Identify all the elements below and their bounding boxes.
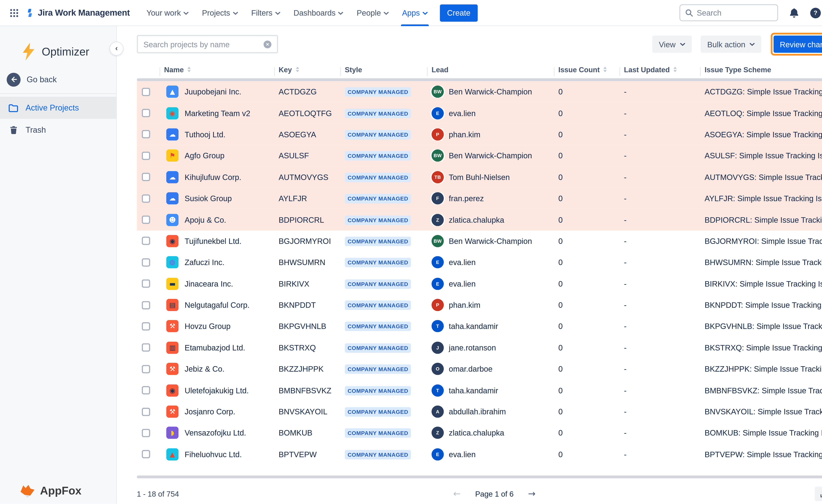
next-page-arrow-icon[interactable]: → bbox=[528, 489, 535, 498]
lead-avatar: O bbox=[432, 363, 444, 375]
row-checkbox[interactable] bbox=[142, 237, 150, 245]
main-panel: × View Bulk action Revie bbox=[117, 26, 822, 504]
table-row[interactable]: ◉Marketing Team v2AEOTLOQTFGCOMPANY MANA… bbox=[137, 102, 822, 124]
table-row[interactable]: ◍Zafuczi Inc.BHWSUMRNCOMPANY MANAGEDEeva… bbox=[137, 252, 822, 273]
row-checkbox[interactable] bbox=[142, 386, 150, 394]
row-checkbox[interactable] bbox=[142, 194, 150, 203]
table-row[interactable]: ◉Uletefojakukig Ltd.BMBNFBSVKZCOMPANY MA… bbox=[137, 380, 822, 401]
lead-avatar: Z bbox=[432, 214, 444, 226]
nav-item-people[interactable]: People bbox=[350, 0, 395, 26]
lead-name: zlatica.chalupka bbox=[449, 215, 504, 224]
table-row[interactable]: ⚒Jebiz & Co.BKZZJHPPKCOMPANY MANAGEDOoma… bbox=[137, 358, 822, 380]
table-row[interactable]: ⚒Hovzu GroupBKPGVHNLBCOMPANY MANAGEDTtah… bbox=[137, 316, 822, 337]
notifications-bell-icon[interactable] bbox=[789, 8, 799, 18]
chevron-down-icon bbox=[183, 12, 188, 15]
sidebar-collapse-button[interactable]: ‹ bbox=[109, 42, 123, 56]
issue-count: 0 bbox=[554, 130, 620, 139]
lead-avatar: BW bbox=[432, 86, 444, 98]
sidebar-item-trash[interactable]: Trash bbox=[0, 119, 116, 141]
project-key: BGJORMYROI bbox=[274, 237, 341, 246]
last-updated: - bbox=[620, 87, 700, 96]
table-row[interactable]: ☻Apoju & Co.BDPIORCRLCOMPANY MANAGEDZzla… bbox=[137, 209, 822, 230]
project-avatar-icon: ⚒ bbox=[166, 363, 178, 375]
table-row[interactable]: ◉Tujifunekbel Ltd.BGJORMYROICOMPANY MANA… bbox=[137, 230, 822, 252]
jira-brand[interactable]: Jira Work Management bbox=[24, 8, 130, 18]
table-row[interactable]: ▥Etamubazjod Ltd.BKSTRXQCOMPANY MANAGEDJ… bbox=[137, 337, 822, 358]
row-checkbox[interactable] bbox=[142, 173, 150, 181]
table-row[interactable]: ☁Susiok GroupAYLFJRCOMPANY MANAGEDFfran.… bbox=[137, 188, 822, 209]
nav-item-your-work[interactable]: Your work bbox=[140, 0, 195, 26]
issue-count: 0 bbox=[554, 215, 620, 224]
table-row[interactable]: ⚑Agfo GroupASULSFCOMPANY MANAGEDBWBen Wa… bbox=[137, 145, 822, 166]
view-dropdown[interactable]: View bbox=[652, 35, 692, 53]
sidebar-item-active-projects[interactable]: Active Projects bbox=[0, 97, 116, 119]
row-checkbox[interactable] bbox=[142, 88, 150, 96]
last-updated: - bbox=[620, 343, 700, 352]
column-header-last-updated[interactable]: Last Updated bbox=[620, 65, 700, 74]
last-updated: - bbox=[620, 215, 700, 224]
project-key: BMBNFBSVKZ bbox=[274, 386, 341, 395]
row-checkbox[interactable] bbox=[142, 280, 150, 288]
last-updated: - bbox=[620, 407, 700, 416]
project-avatar-icon: ◉ bbox=[166, 235, 178, 247]
nav-item-apps[interactable]: Apps bbox=[395, 0, 434, 26]
nav-item-dashboards[interactable]: Dashboards bbox=[287, 0, 350, 26]
row-checkbox[interactable] bbox=[142, 429, 150, 437]
column-header-name[interactable]: Name bbox=[160, 65, 274, 74]
export-button[interactable]: Export bbox=[815, 487, 822, 501]
row-checkbox[interactable] bbox=[142, 216, 150, 224]
go-back-button[interactable]: Go back bbox=[0, 68, 116, 90]
review-changes-button[interactable]: Review changes 7 bbox=[774, 35, 822, 53]
row-checkbox[interactable] bbox=[142, 301, 150, 309]
row-checkbox[interactable] bbox=[142, 365, 150, 373]
issue-type-scheme: AYLFJR: Simple Issue Tracking Iss... bbox=[700, 194, 822, 203]
row-checkbox[interactable] bbox=[142, 322, 150, 331]
project-search-input[interactable] bbox=[143, 40, 264, 49]
create-button[interactable]: Create bbox=[440, 4, 478, 21]
row-checkbox[interactable] bbox=[142, 109, 150, 117]
row-checkbox[interactable] bbox=[142, 450, 150, 459]
row-checkbox[interactable] bbox=[142, 258, 150, 267]
project-search[interactable]: × bbox=[137, 35, 278, 53]
table-row[interactable]: ☁Kihujlufuw Corp.AUTMOVYGSCOMPANY MANAGE… bbox=[137, 166, 822, 188]
search-icon bbox=[685, 9, 693, 17]
lead-name: zlatica.chalupka bbox=[449, 429, 504, 437]
lead-name: eva.lien bbox=[449, 109, 476, 118]
table-row[interactable]: ▬Jinaceara Inc.BIRKIVXCOMPANY MANAGEDEev… bbox=[137, 273, 822, 294]
global-search-input[interactable] bbox=[697, 8, 772, 17]
nav-item-projects[interactable]: Projects bbox=[195, 0, 245, 26]
row-checkbox[interactable] bbox=[142, 407, 150, 416]
chevron-down-icon bbox=[338, 12, 343, 15]
app-switcher-icon[interactable] bbox=[7, 6, 21, 20]
column-header-issue-count[interactable]: Issue Count bbox=[554, 65, 620, 74]
clear-search-icon[interactable]: × bbox=[264, 40, 271, 48]
row-checkbox[interactable] bbox=[142, 344, 150, 352]
project-avatar-icon: ☁ bbox=[166, 128, 178, 140]
table-row[interactable]: ◗Vensazofojku Ltd.BOMKUBCOMPANY MANAGEDZ… bbox=[137, 422, 822, 444]
lead-name: taha.kandamir bbox=[449, 322, 498, 331]
table-row[interactable]: ▲Juupobejani Inc.ACTDGZGCOMPANY MANAGEDB… bbox=[137, 81, 822, 102]
help-icon[interactable]: ? bbox=[810, 8, 821, 18]
previous-page-arrow-icon[interactable]: ← bbox=[453, 489, 461, 498]
issue-type-scheme: BIRKIVX: Simple Issue Tracking Iss... bbox=[700, 279, 822, 288]
global-search[interactable] bbox=[680, 4, 778, 21]
horizontal-scrollbar-top[interactable] bbox=[137, 78, 822, 81]
style-badge: COMPANY MANAGED bbox=[345, 194, 411, 203]
lead-name: omar.darboe bbox=[449, 365, 492, 373]
horizontal-scrollbar-bottom[interactable] bbox=[137, 476, 822, 478]
table-row[interactable]: ☁Tuthooj Ltd.ASOEGYACOMPANY MANAGEDPphan… bbox=[137, 124, 822, 145]
project-key: AYLFJR bbox=[274, 194, 341, 203]
row-checkbox[interactable] bbox=[142, 130, 150, 139]
nav-item-filters[interactable]: Filters bbox=[245, 0, 287, 26]
table-row[interactable]: ⚒Josjanro Corp.BNVSKAYOILCOMPANY MANAGED… bbox=[137, 401, 822, 422]
table-row[interactable]: ▤Nelgutagaful Corp.BKNPDDTCOMPANY MANAGE… bbox=[137, 294, 822, 316]
row-checkbox[interactable] bbox=[142, 152, 150, 160]
bulk-action-dropdown[interactable]: Bulk action bbox=[701, 35, 761, 53]
project-name: Nelgutagaful Corp. bbox=[184, 301, 250, 309]
table-row[interactable]: ▲Fiheluohvuc Ltd.BPTVEPWCOMPANY MANAGEDE… bbox=[137, 444, 822, 465]
issue-type-scheme: BHWSUMRN: Simple Issue Trackin... bbox=[700, 258, 822, 267]
column-header-lead: Lead bbox=[427, 65, 554, 74]
project-key: BHWSUMRN bbox=[274, 258, 341, 267]
style-badge: COMPANY MANAGED bbox=[345, 407, 411, 417]
column-header-key[interactable]: Key bbox=[274, 65, 341, 74]
